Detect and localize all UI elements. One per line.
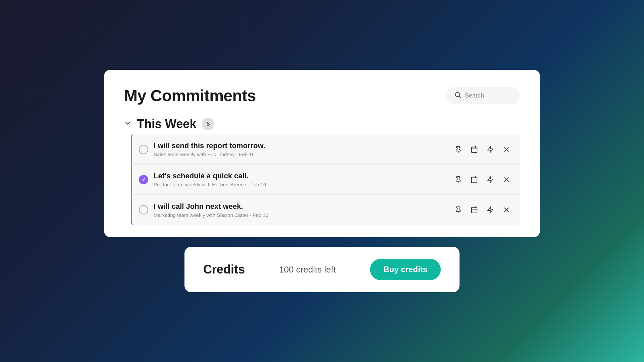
calendar-button-1[interactable]	[468, 143, 481, 156]
search-icon	[454, 91, 462, 100]
lightning-button-3[interactable]	[484, 203, 497, 217]
commitment-meta-2: Product team weekly with Herbert Breece …	[154, 182, 266, 187]
commitment-meta-3: Marketing team weekly with Sharon Carter…	[154, 212, 268, 218]
commitment-text-block-1: I will send this report tomorrow. Sales …	[154, 141, 265, 157]
commitment-item: I will send this report tomorrow. Sales …	[131, 134, 520, 165]
commitment-left: Let's schedule a quick call. Product tea…	[139, 172, 451, 187]
svg-line-1	[459, 96, 461, 98]
commitment-left: I will send this report tomorrow. Sales …	[139, 141, 451, 157]
credits-card: Credits 100 credits left Buy credits	[184, 247, 460, 292]
page-wrapper: My Commitments Search This Week 5	[104, 70, 540, 292]
commitments-list: I will send this report tomorrow. Sales …	[131, 134, 520, 225]
commitment-meta-1: Sales team weekly with Eric Lindsey · Fe…	[154, 152, 265, 157]
calendar-button-2[interactable]	[468, 173, 481, 186]
pin-button-1[interactable]	[451, 143, 465, 156]
this-week-header[interactable]: This Week 5	[124, 117, 520, 131]
search-placeholder: Search	[465, 92, 484, 99]
chevron-down-icon	[124, 120, 131, 129]
credits-left-text: 100 credits left	[279, 264, 336, 275]
page-title: My Commitments	[124, 86, 256, 105]
commitment-checkbox-2[interactable]	[139, 175, 148, 184]
search-box[interactable]: Search	[446, 87, 520, 104]
close-button-2[interactable]	[500, 173, 513, 186]
pin-button-3[interactable]	[451, 203, 465, 217]
credits-label: Credits	[203, 262, 245, 277]
svg-marker-7	[488, 146, 493, 152]
commitment-title-2: Let's schedule a quick call.	[154, 172, 266, 180]
close-button-3[interactable]	[500, 203, 513, 217]
pin-button-2[interactable]	[451, 173, 465, 186]
svg-marker-15	[488, 176, 493, 182]
svg-rect-3	[472, 147, 477, 153]
commitment-text-block-2: Let's schedule a quick call. Product tea…	[154, 172, 266, 187]
commitment-item: Let's schedule a quick call. Product tea…	[131, 165, 520, 195]
lightning-button-1[interactable]	[484, 143, 497, 156]
lightning-button-2[interactable]	[484, 173, 497, 186]
svg-rect-19	[472, 207, 477, 213]
card-header: My Commitments Search	[124, 86, 520, 105]
week-count-badge: 5	[202, 118, 214, 130]
commitment-checkbox-3[interactable]	[139, 205, 148, 215]
commitments-card: My Commitments Search This Week 5	[104, 70, 540, 237]
commitment-title-1: I will send this report tomorrow.	[154, 141, 265, 150]
svg-rect-11	[472, 177, 477, 183]
commitment-text-block-3: I will call John next week. Marketing te…	[154, 202, 268, 218]
commitment-left: I will call John next week. Marketing te…	[139, 202, 451, 218]
section-title: This Week	[137, 117, 196, 131]
commitment-checkbox-1[interactable]	[139, 145, 148, 154]
close-button-1[interactable]	[500, 143, 513, 156]
calendar-button-3[interactable]	[468, 203, 481, 217]
commitment-actions-3	[451, 203, 513, 217]
svg-marker-23	[488, 207, 493, 213]
commitment-actions-1	[451, 143, 513, 156]
commitment-title-3: I will call John next week.	[154, 202, 268, 211]
commitment-actions-2	[451, 173, 513, 186]
commitment-item: I will call John next week. Marketing te…	[131, 195, 520, 225]
buy-credits-button[interactable]: Buy credits	[370, 259, 441, 280]
